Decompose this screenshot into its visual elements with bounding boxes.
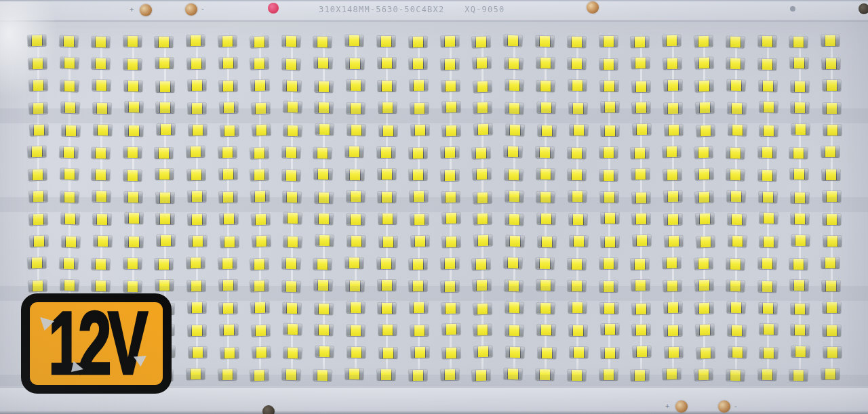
pad-top-left-negative [185,3,197,16]
led-chip [347,325,365,336]
dot-right-edge [859,3,868,14]
led-chip [252,235,271,247]
led-chip [315,325,333,336]
led-chip [505,80,524,91]
led-chip [760,236,778,247]
led-chip [789,369,808,380]
led-chip [157,124,175,135]
led-chip [377,36,395,47]
led-chip [726,58,745,69]
led-chip [409,169,427,180]
led-chip [61,213,80,224]
led-chip [410,325,429,336]
led-chip [474,235,493,247]
led-chip [124,102,142,112]
led-chip [442,125,460,136]
led-chip [91,148,109,159]
led-chip [504,281,523,292]
led-chip [410,346,429,357]
led-chip [727,79,746,91]
led-chip [696,324,715,335]
led-chip [727,302,746,313]
led-chip [91,37,109,48]
led-chip [123,170,142,181]
led-chip [631,169,650,180]
led-chip [472,147,491,159]
led-chip [345,369,363,379]
led-chip [663,369,681,380]
dot-red-marker [268,3,279,14]
led-chip [218,147,237,159]
led-chip [599,281,618,292]
led-chip [378,280,396,291]
led-chip [505,103,524,115]
led-chip [694,257,713,269]
led-chip [504,35,523,46]
pad-bottom-right-positive [675,400,688,413]
led-chip [187,302,205,313]
led-chip [282,169,301,181]
led-chip [155,148,173,159]
led-chip [440,369,458,380]
led-chip [251,79,270,91]
led-chip [218,57,237,68]
led-chip [473,81,492,92]
led-chip [60,279,79,291]
led-chip [218,369,237,381]
led-chip [823,214,841,225]
led-chip [30,236,49,247]
led-chip [823,236,842,247]
led-chip [536,369,554,381]
led-chip [757,146,776,158]
led-chip [314,303,332,314]
led-chip [250,36,269,47]
led-chip [474,346,493,358]
led-chip [250,258,269,270]
led-chip [726,36,745,47]
led-chip [251,325,270,336]
led-chip [28,169,47,181]
led-chip [409,148,427,159]
led-chip [91,259,109,270]
led-chip [536,168,554,180]
led-chip [28,191,47,203]
led-chip [410,79,428,90]
led-chip [536,303,555,314]
led-chip [568,370,586,381]
pad-top-left-negative-polarity-mark: - [201,5,204,13]
led-chip [187,169,205,180]
led-chip [789,258,808,269]
led-chip [791,192,809,203]
led-chip [694,35,713,47]
led-chip [251,302,270,313]
led-chip [156,213,174,224]
pad-bottom-right-positive-polarity-mark: + [665,402,669,410]
led-chip [219,81,237,92]
led-chip [474,124,493,136]
led-chip [663,191,682,203]
led-chip [632,325,650,335]
led-chip [632,213,650,224]
led-chip [155,169,174,180]
led-chip [282,281,301,292]
led-chip [60,257,79,269]
led-chip [281,35,300,47]
led-chip [409,370,427,381]
led-chip [283,80,302,91]
led-chip [313,258,332,270]
led-chip [378,303,396,314]
led-chip [473,58,492,69]
marking-model: XQ-9050 [465,5,505,14]
led-chip [283,347,302,358]
led-chip [29,103,48,115]
led-chip [473,213,492,225]
led-chip [601,236,619,247]
led-chip [568,79,587,90]
led-chip [506,347,525,358]
led-chip [220,325,238,336]
led-chip [473,325,492,336]
led-chip [599,258,618,269]
led-chip [536,192,555,203]
led-chip [124,213,142,224]
led-chip [726,369,745,381]
